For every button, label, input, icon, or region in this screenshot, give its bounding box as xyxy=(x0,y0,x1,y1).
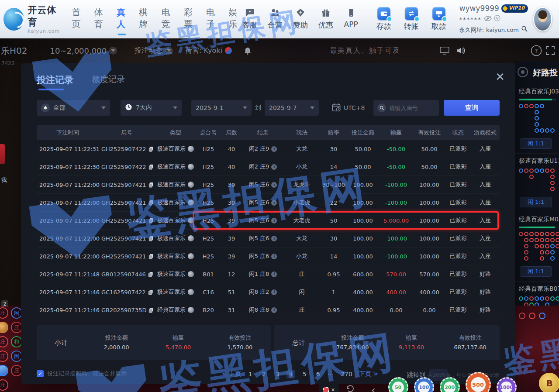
info-icon[interactable]: i xyxy=(271,236,277,241)
date-range-select[interactable]: 7天内 xyxy=(121,100,182,116)
page-2[interactable]: 2 xyxy=(259,370,268,378)
tab-quota-records[interactable]: 额度记录 xyxy=(92,74,125,90)
quick-link-优惠[interactable]: 优惠 xyxy=(315,8,336,30)
chips-scroll-left[interactable]: ‹ xyxy=(371,384,376,392)
date-to-picker[interactable]: 2025-9-7 xyxy=(265,100,319,116)
table-row[interactable]: 2025-09-07 11:22:00GH2525907421极速百家乐H253… xyxy=(37,230,500,248)
info-icon[interactable]: i xyxy=(271,146,277,152)
column-header-下注时间: 下注时间 xyxy=(56,129,79,137)
page-1[interactable]: 1 xyxy=(246,370,255,378)
road-dot xyxy=(535,168,539,173)
volume-icon[interactable] xyxy=(456,47,465,54)
table-row[interactable]: 2025-09-07 11:22:30GH2525907422极速百家乐H254… xyxy=(37,158,500,176)
chip-50[interactable]: 50 xyxy=(388,377,408,392)
game-mode: 入座 xyxy=(480,199,491,206)
table-row[interactable]: 2025-09-07 11:21:48GB0125907446极速百家乐B011… xyxy=(37,265,500,283)
follow-bet-button[interactable]: 闲 1:1 xyxy=(520,138,552,149)
table-row[interactable]: 2025-09-07 11:22:00GH2525907421极速百家乐H253… xyxy=(37,212,500,230)
quick-link-APP[interactable]: APP xyxy=(341,8,362,30)
game-type-text: 极速百家乐 xyxy=(157,234,186,242)
tab-bet-records[interactable]: 投注记录 xyxy=(37,74,73,90)
round-search-input[interactable] xyxy=(389,105,433,111)
round-id: GB0125907446 xyxy=(99,271,153,278)
info-icon[interactable]: i xyxy=(271,200,277,206)
nav-item-彩票[interactable]: 彩票 xyxy=(184,7,194,32)
banker-chip[interactable]: B xyxy=(539,373,559,392)
page-3[interactable]: 3 xyxy=(273,370,282,378)
chip-select-button[interactable]: ✕ xyxy=(319,382,339,392)
undo-icon[interactable] xyxy=(345,385,354,392)
search-icon[interactable] xyxy=(521,24,528,35)
chip-100[interactable]: 100 xyxy=(414,377,434,392)
copy-icon[interactable] xyxy=(148,200,154,206)
table-no: H25 xyxy=(203,182,214,188)
wallet-link-取款[interactable]: 取款 xyxy=(428,7,450,31)
wallet-link-存款[interactable]: 存款 xyxy=(373,7,395,31)
follow-bet-button[interactable]: 闲 1:1 xyxy=(520,266,552,277)
info-icon[interactable]: i xyxy=(271,272,277,277)
road-record-icon[interactable] xyxy=(517,66,528,79)
nav-item-电竞[interactable]: 电竞 xyxy=(162,7,172,32)
chip-1000[interactable]: 1000 xyxy=(497,377,517,392)
copy-icon[interactable] xyxy=(148,307,154,313)
table-row[interactable]: 2025-09-07 11:21:46GB202590735D经典百家乐B203… xyxy=(37,301,500,319)
user-avatar[interactable] xyxy=(533,7,552,31)
copy-icon[interactable] xyxy=(148,289,153,295)
quick-link-客服[interactable]: 客服 xyxy=(239,8,260,30)
page-4[interactable]: 4 xyxy=(286,370,295,378)
copy-icon[interactable] xyxy=(148,164,154,170)
eye-off-icon[interactable] xyxy=(484,14,492,24)
info-icon[interactable]: i xyxy=(271,182,277,188)
table-row[interactable]: 2025-09-07 11:22:00GH2525907421极速百家乐H253… xyxy=(37,194,500,212)
fullscreen-icon[interactable] xyxy=(545,46,555,55)
close-icon[interactable]: ✕ xyxy=(495,71,505,83)
follow-bet-button[interactable]: 闲 1:1 xyxy=(520,197,552,207)
nav-item-娱乐[interactable]: 娱乐 xyxy=(228,7,239,32)
status: 已派彩 xyxy=(450,234,467,242)
copy-icon[interactable] xyxy=(148,272,153,277)
wallet-link-转账[interactable]: 转账 xyxy=(400,7,422,31)
page-5[interactable]: 5 xyxy=(300,370,309,378)
nav-item-真人[interactable]: 真人 xyxy=(117,7,127,32)
brand-logo[interactable]: 开云体育 kaiyun.com xyxy=(3,4,62,34)
nav-item-棋牌[interactable]: 棋牌 xyxy=(139,7,149,32)
bet-feed-toggle[interactable]: 投注动态 xyxy=(135,46,173,55)
nav-item-体育[interactable]: 体育 xyxy=(94,7,105,32)
subtotal-box: 小计 投注金额2,000.00 输赢5,470.00 有效投注1,570.00 xyxy=(37,325,271,360)
info-icon[interactable]: i xyxy=(271,218,277,224)
copy-icon[interactable] xyxy=(148,146,154,152)
date-from-picker[interactable]: 2025-9-1 xyxy=(191,100,252,116)
quick-link-合营[interactable]: 合营 xyxy=(265,8,286,30)
info-icon[interactable]: i xyxy=(271,307,277,313)
table-limits[interactable]: 10~2,000,000 xyxy=(50,46,117,55)
permanent-url[interactable]: kaiyun.com xyxy=(486,26,519,34)
game-type-select[interactable]: ♠ 全部 xyxy=(37,100,110,116)
info-icon[interactable]: i xyxy=(271,164,277,170)
info-icon[interactable]: i xyxy=(271,289,277,295)
help-icon[interactable]: ? xyxy=(531,45,542,56)
table-row[interactable]: 2025-09-07 11:22:31GH2525907422极速百家乐H254… xyxy=(37,140,500,158)
copy-icon[interactable] xyxy=(148,254,154,259)
chip-200[interactable]: 200 xyxy=(440,377,460,392)
nav-item-首页[interactable]: 首页 xyxy=(72,7,82,32)
table-row[interactable]: 2025-09-07 11:22:00GH2525907421极速百家乐H253… xyxy=(37,176,500,194)
table-row[interactable]: 2025-09-07 11:22:00GH2525907421极速百家乐H253… xyxy=(37,248,500,265)
prev-page-button[interactable]: < 上页 xyxy=(222,370,241,378)
nav-item-电子[interactable]: 电子 xyxy=(206,7,217,32)
username[interactable]: wywy9999 xyxy=(459,3,499,14)
copy-icon[interactable] xyxy=(148,218,154,224)
win-loss: 0.00 xyxy=(390,307,403,313)
info-icon[interactable]: i xyxy=(271,254,277,259)
table-row[interactable]: 2025-09-07 11:21:46GC1625907422极速百家乐C165… xyxy=(37,283,500,301)
road-row xyxy=(519,128,557,134)
refresh-circle-icon[interactable] xyxy=(494,14,500,24)
cast-icon[interactable] xyxy=(440,47,449,55)
chip-500[interactable]: 500 xyxy=(466,372,491,392)
quick-link-赞助[interactable]: 赞助 xyxy=(290,8,311,30)
copy-icon[interactable] xyxy=(148,236,154,241)
merge-checkbox[interactable]: ✓ xyxy=(37,370,44,377)
query-button[interactable]: 查询 xyxy=(444,100,500,116)
copy-icon[interactable] xyxy=(148,182,154,188)
result: 闲5 庄6i xyxy=(249,199,277,206)
bell-icon[interactable] xyxy=(244,47,251,55)
